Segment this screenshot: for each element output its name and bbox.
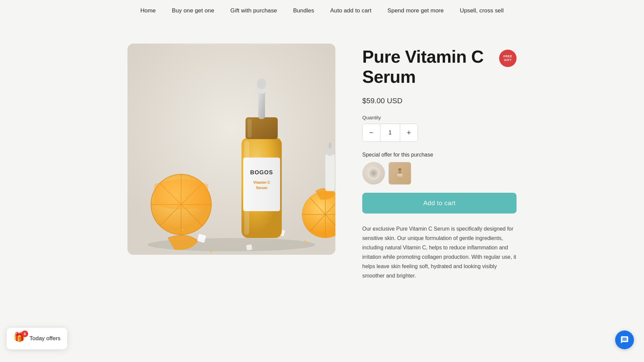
chat-button[interactable] (615, 330, 634, 349)
notification-badge: 6 (21, 330, 28, 337)
chat-icon (620, 336, 629, 344)
quantity-label: Quantity (362, 115, 517, 120)
quantity-increase-button[interactable]: + (400, 124, 418, 141)
svg-text:Serum: Serum (256, 186, 267, 190)
nav-home[interactable]: Home (140, 7, 156, 14)
nav-bogo[interactable]: Buy one get one (172, 7, 214, 14)
main-nav: Home Buy one get one Gift with purchase … (0, 0, 644, 20)
nav-auto-add-to-cart[interactable]: Auto add to cart (330, 7, 372, 14)
nav-bundles[interactable]: Bundles (293, 7, 314, 14)
svg-point-30 (257, 78, 266, 89)
nav-spend-more[interactable]: Spend more get more (387, 7, 444, 14)
svg-rect-21 (243, 158, 280, 211)
page-content: BOGOS Vitamin C Serum (0, 20, 644, 301)
svg-rect-17 (327, 147, 333, 156)
svg-rect-41 (398, 170, 401, 173)
offer-product-2-image: BOGOS (392, 166, 407, 181)
product-details: Pure Vitamin C Serum FREE GIFT $59.00 US… (362, 44, 517, 281)
badge-line2: GIFT (504, 58, 512, 62)
svg-text:BOGOS: BOGOS (250, 169, 273, 176)
quantity-decrease-button[interactable]: − (363, 124, 380, 141)
svg-rect-16 (325, 154, 335, 191)
svg-point-32 (221, 246, 222, 247)
svg-text:Vitamin C: Vitamin C (253, 180, 270, 184)
svg-rect-14 (246, 244, 253, 251)
quantity-value: 1 (380, 124, 400, 141)
svg-point-42 (398, 168, 401, 170)
special-offer-label: Special offer for this purchase (362, 152, 517, 158)
today-offers-widget[interactable]: 🎁 6 Today offers (7, 328, 67, 349)
svg-point-35 (182, 229, 184, 231)
offer-product-1-image (366, 166, 381, 181)
nav-gift-with-purchase[interactable]: Gift with purchase (230, 7, 277, 14)
svg-rect-27 (258, 90, 265, 119)
svg-rect-26 (248, 119, 252, 137)
free-gift-badge: FREE GIFT (499, 50, 517, 67)
svg-point-31 (210, 250, 212, 252)
product-price: $59.00 USD (362, 97, 517, 105)
product-title: Pure Vitamin C Serum (362, 47, 495, 87)
svg-rect-18 (329, 142, 331, 148)
nav-upsell[interactable]: Upsell, cross sell (460, 7, 504, 14)
offer-product-1[interactable] (362, 162, 385, 185)
svg-point-39 (372, 172, 375, 175)
product-title-row: Pure Vitamin C Serum FREE GIFT (362, 47, 517, 87)
svg-point-33 (304, 240, 306, 242)
offer-products: BOGOS (362, 162, 517, 185)
today-offers-label: Today offers (30, 335, 60, 342)
product-description: Our exclusive Pure Vitamin C Serum is sp… (362, 224, 517, 281)
offer-product-2[interactable]: BOGOS (388, 162, 411, 185)
product-illustration: BOGOS Vitamin C Serum (127, 44, 335, 255)
svg-text:BOGOS: BOGOS (397, 175, 403, 177)
svg-point-34 (298, 247, 299, 249)
add-to-cart-button[interactable]: Add to cart (362, 193, 517, 214)
quantity-control: − 1 + (362, 124, 418, 142)
product-image: BOGOS Vitamin C Serum (127, 44, 335, 255)
product-image-container: BOGOS Vitamin C Serum (127, 44, 335, 255)
badge-line1: FREE (503, 55, 512, 58)
gift-icon-wrap: 🎁 6 (13, 333, 25, 345)
